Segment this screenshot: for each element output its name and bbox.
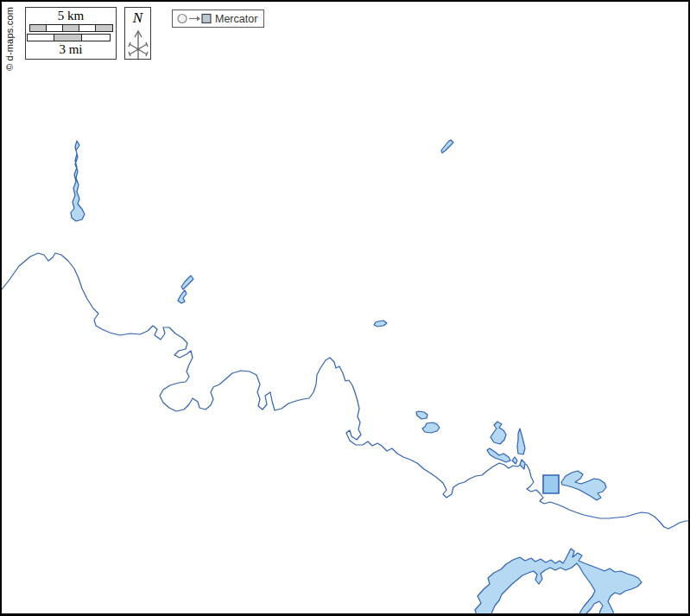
north-label: N	[133, 9, 142, 28]
map-page: © d-maps.com 5 km 3 mi N	[0, 0, 690, 616]
scale-segment	[47, 25, 63, 31]
lake	[517, 429, 525, 454]
scale-segment	[28, 35, 55, 41]
scale-segment	[63, 25, 79, 31]
scale-bar: 5 km 3 mi	[25, 7, 117, 60]
lake	[487, 448, 510, 462]
lake	[181, 276, 193, 289]
scale-km-label: 5 km	[58, 9, 84, 23]
lake	[416, 411, 427, 419]
scale-segment	[54, 35, 82, 41]
compass-rose: N	[124, 7, 151, 60]
copyright-watermark: © d-maps.com	[4, 7, 15, 71]
lake	[512, 457, 517, 464]
lake	[374, 321, 387, 327]
lake	[422, 422, 440, 433]
lake	[71, 141, 85, 221]
map-svg	[2, 2, 688, 613]
scale-segment	[96, 25, 112, 31]
scale-segment	[82, 35, 110, 41]
projection-label: Mercator	[215, 13, 257, 25]
scale-segment	[30, 25, 47, 31]
scale-km-bar	[29, 24, 113, 32]
scale-segment	[79, 25, 96, 31]
lake	[178, 290, 187, 303]
town-square-marker	[543, 475, 559, 493]
north-arrow-icon	[126, 28, 150, 59]
lake	[441, 140, 453, 153]
projection-icon	[177, 13, 212, 24]
projection-badge: Mercator	[172, 10, 264, 28]
lake	[491, 422, 506, 444]
lake	[520, 460, 525, 469]
scale-mi-label: 3 mi	[59, 42, 82, 57]
reservoir	[475, 549, 642, 613]
scale-mi-bar	[27, 34, 111, 41]
lake	[561, 471, 606, 500]
